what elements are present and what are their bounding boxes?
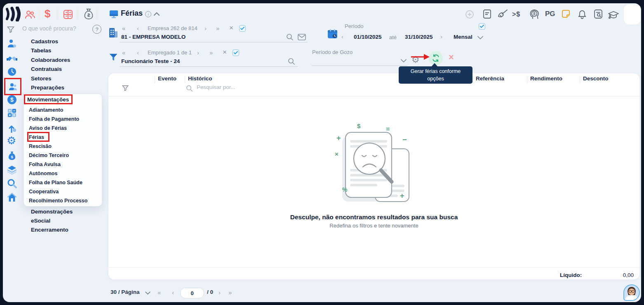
graduation-cap-icon[interactable]	[608, 10, 619, 20]
sidebar-icon-movimentacoes[interactable]: $	[7, 95, 17, 105]
company-search-icon[interactable]	[286, 33, 294, 41]
sidebar-item-cadastros[interactable]: Cadastros	[31, 37, 58, 47]
period-checkbox[interactable]	[479, 23, 485, 30]
gozo-chevron-icon[interactable]	[401, 59, 407, 63]
help-icon[interactable]: ?	[92, 25, 101, 34]
period-mode-chevron-icon[interactable]	[477, 36, 483, 40]
period-mode-select[interactable]: Mensal	[454, 34, 472, 40]
column-divider	[185, 76, 185, 83]
sidebar-item-encerramento[interactable]: Encerramento	[31, 225, 68, 235]
table-filter-icon[interactable]	[122, 84, 129, 92]
sidebar-item-colaboradores[interactable]: Colaboradores	[31, 56, 70, 65]
pagination-prev-button[interactable]: ‹	[172, 289, 174, 296]
submenu-item-recolhimento[interactable]: Recolhimento Processo	[29, 196, 87, 205]
sidebar-item-esocial[interactable]: eSocial	[31, 216, 50, 226]
company-checkbox[interactable]	[239, 25, 246, 32]
employee-search-icon[interactable]	[288, 58, 295, 65]
company-prev-button[interactable]: ‹	[137, 25, 139, 32]
submenu-item-autonomos[interactable]: Autônomos	[29, 169, 57, 178]
payroll-module-icon[interactable]: $	[45, 7, 50, 20]
employee-clear-button[interactable]: ×	[223, 48, 227, 56]
period-start-date[interactable]: 01/10/2025	[354, 34, 382, 40]
sidebar-icon-calculos[interactable]	[7, 108, 17, 118]
sidebar-icon-consultas[interactable]	[7, 178, 17, 188]
broom-icon[interactable]	[497, 9, 508, 19]
period-next-button[interactable]: ›	[440, 33, 442, 40]
company-last-button[interactable]: »	[216, 25, 219, 32]
people-module-icon[interactable]	[25, 9, 35, 20]
employee-next-button[interactable]: ›	[197, 49, 199, 56]
submenu-item-adiantamento[interactable]: Adiantamento	[29, 106, 63, 115]
svg-text:−: −	[402, 136, 407, 144]
period-prev-button[interactable]: ‹	[341, 33, 343, 40]
sidebar-icon-cadastros[interactable]	[7, 39, 17, 49]
moneybag-module-icon[interactable]	[83, 8, 94, 20]
submenu-item-aviso-de-ferias[interactable]: Aviso de Férias	[29, 124, 67, 133]
submenu-item-folha-plano-saude[interactable]: Folha de Plano Saúde	[29, 178, 82, 187]
app-logo[interactable]	[6, 7, 21, 21]
sidebar-icon-camadas[interactable]	[7, 165, 17, 175]
column-header-rendimento[interactable]: Rendimento	[530, 75, 562, 82]
column-header-referencia[interactable]: Referência	[476, 75, 504, 82]
column-header-evento[interactable]: Evento	[158, 75, 176, 82]
svg-text:=: =	[386, 126, 390, 133]
calculator-module-icon[interactable]	[63, 9, 73, 20]
submenu-item-rescisao[interactable]: Rescisão	[29, 142, 52, 151]
page-number-input[interactable]: 0	[180, 288, 204, 298]
info-icon[interactable]: i	[145, 11, 151, 17]
sidebar-icon-promocao[interactable]	[8, 123, 17, 133]
sidebar-item-tabelas[interactable]: Tabelas	[31, 46, 51, 56]
money-transfer-icon[interactable]: >$	[512, 11, 520, 18]
sidebar-item-preparacoes[interactable]: Preparações	[31, 83, 64, 93]
table-search-icon[interactable]	[186, 85, 193, 92]
sidebar-icon-encargos[interactable]: $	[7, 151, 16, 161]
sidebar-icon-contratuais[interactable]	[7, 67, 17, 77]
sidebar-icon-colaboradores[interactable]	[6, 54, 18, 63]
period-until-label: até	[389, 34, 397, 40]
page-size-chevron-icon[interactable]	[145, 291, 150, 295]
pagination-first-button[interactable]: «	[157, 289, 161, 296]
liquido-label: Líquido:	[560, 272, 582, 278]
submenu-item-cooperativa[interactable]: Cooperativa	[29, 187, 59, 196]
document-icon[interactable]	[483, 9, 491, 19]
column-header-desconto[interactable]: Desconto	[583, 75, 609, 82]
employee-value[interactable]: Funcionário Teste - 24	[121, 58, 180, 64]
gozo-underline	[312, 66, 407, 66]
sidebar-item-setores[interactable]: Setores	[31, 74, 52, 84]
pg-icon[interactable]: PG	[545, 10, 555, 18]
sidebar-search-input[interactable]	[21, 25, 89, 32]
bell-icon[interactable]	[578, 9, 587, 19]
pagination-next-button[interactable]: ›	[219, 289, 221, 296]
company-clear-button[interactable]: ×	[229, 24, 233, 32]
table-search-input[interactable]	[196, 84, 288, 91]
employee-checkbox[interactable]	[233, 49, 239, 56]
notes-icon[interactable]	[561, 9, 571, 19]
column-header-historico[interactable]: Histórico	[188, 75, 212, 82]
employee-first-button[interactable]: «	[122, 49, 125, 56]
page-size-select[interactable]: 30 / Página	[110, 289, 140, 295]
filter-icon[interactable]	[7, 26, 15, 34]
gozo-clear-button[interactable]: ×	[449, 52, 454, 63]
collapse-header-icon[interactable]	[153, 12, 160, 16]
submenu-item-decimo-terceiro[interactable]: Décimo Terceiro	[29, 151, 69, 160]
period-end-date[interactable]: 31/10/2025	[405, 34, 433, 40]
sidebar-item-demonstracoes[interactable]: Demonstrações	[31, 207, 73, 217]
ai-head-icon[interactable]	[529, 9, 540, 19]
employee-prev-button[interactable]: ‹	[137, 49, 139, 56]
company-value[interactable]: 81 - EMPRESA MODELO	[121, 34, 186, 40]
submenu-item-folha-de-pagamento[interactable]: Folha de Pagamento	[29, 115, 79, 124]
employee-last-button[interactable]: »	[209, 49, 213, 56]
add-icon[interactable]	[465, 10, 474, 19]
submenu-item-folha-avulsa[interactable]: Folha Avulsa	[29, 160, 61, 169]
empty-state-subtitle: Redefina os filtros e tente novamente	[108, 223, 639, 229]
company-next-button[interactable]: ›	[204, 25, 207, 32]
sidebar-item-contratuais[interactable]: Contratuais	[31, 65, 62, 74]
user-avatar-button[interactable]	[624, 5, 641, 24]
pagination-last-button[interactable]: »	[228, 289, 232, 296]
support-chat-avatar[interactable]	[623, 284, 640, 301]
sidebar-icon-processos[interactable]: ⚙	[7, 135, 16, 146]
sidebar-icon-home[interactable]	[7, 192, 17, 202]
audit-doc-icon[interactable]	[594, 9, 603, 19]
envelope-icon[interactable]	[298, 34, 306, 40]
company-first-button[interactable]: «	[122, 25, 125, 32]
